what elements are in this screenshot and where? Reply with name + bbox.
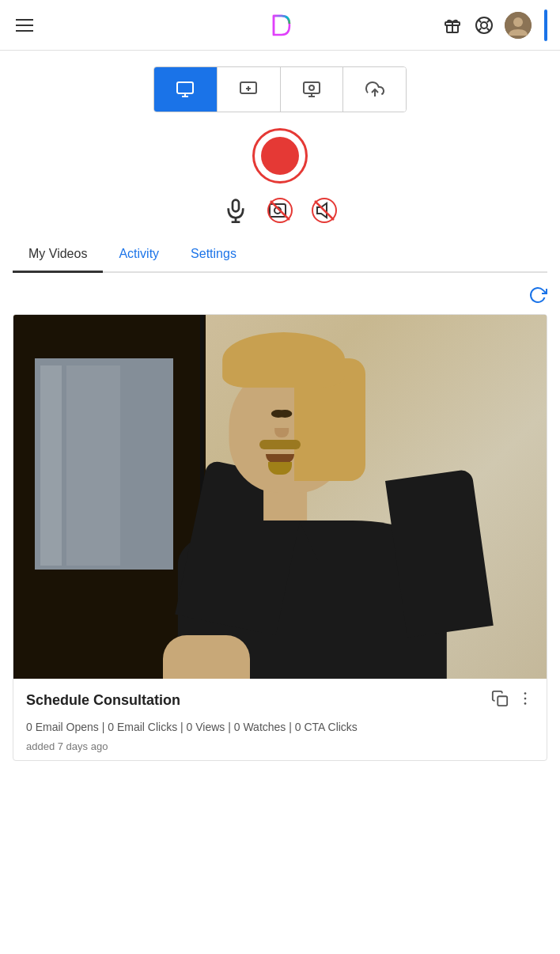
controls-row [221, 196, 339, 225]
video-actions [491, 690, 534, 711]
svg-rect-21 [233, 200, 239, 212]
svg-rect-16 [304, 82, 320, 93]
svg-line-7 [479, 28, 481, 30]
video-title-row: Schedule Consultation [26, 690, 534, 711]
tab-my-videos[interactable]: My Videos [13, 237, 103, 273]
right-edge-indicator [544, 9, 547, 41]
svg-line-5 [487, 28, 490, 30]
tab-settings[interactable]: Settings [175, 237, 252, 273]
mode-tab-upload[interactable] [343, 67, 406, 112]
svg-rect-30 [498, 696, 507, 706]
copy-icon[interactable] [491, 690, 509, 711]
help-icon[interactable] [473, 14, 495, 36]
video-stats: 0 Email Opens | 0 Email Clicks | 0 Views… [26, 719, 534, 736]
svg-point-3 [481, 22, 487, 28]
svg-point-17 [309, 85, 314, 90]
record-area [0, 128, 560, 225]
mode-tab-screen[interactable] [154, 67, 218, 112]
logo [267, 13, 293, 38]
video-title: Schedule Consultation [26, 692, 180, 709]
svg-point-9 [513, 17, 523, 27]
svg-line-6 [487, 19, 490, 21]
speaker-disabled-icon[interactable] [310, 196, 339, 225]
video-thumbnail[interactable] [13, 315, 547, 679]
refresh-button[interactable] [528, 286, 547, 305]
refresh-row [13, 279, 547, 311]
record-button-inner [261, 137, 299, 175]
header [0, 0, 560, 51]
video-info: Schedule Consultation [13, 679, 547, 760]
avatar[interactable] [505, 12, 532, 39]
svg-point-32 [524, 698, 527, 700]
tab-activity[interactable]: Activity [103, 237, 175, 273]
menu-button[interactable] [13, 16, 36, 35]
svg-point-31 [524, 692, 527, 695]
header-right [441, 9, 547, 41]
mode-tab-new[interactable] [218, 67, 281, 112]
mode-tab-webcam[interactable] [281, 67, 344, 112]
more-options-icon[interactable] [516, 690, 534, 711]
gift-icon[interactable] [441, 14, 464, 36]
record-button[interactable] [252, 128, 308, 184]
content-area: Schedule Consultation [0, 273, 560, 767]
svg-point-33 [524, 702, 527, 705]
header-left [13, 16, 36, 35]
main-tabs: My Videos Activity Settings [13, 237, 547, 273]
camera-disabled-icon[interactable] [266, 196, 294, 225]
video-card: Schedule Consultation [13, 314, 547, 761]
mode-tabs [153, 66, 407, 112]
microphone-icon[interactable] [221, 196, 250, 225]
svg-line-4 [479, 19, 481, 21]
video-date: added 7 days ago [26, 740, 534, 752]
svg-rect-10 [177, 82, 193, 93]
